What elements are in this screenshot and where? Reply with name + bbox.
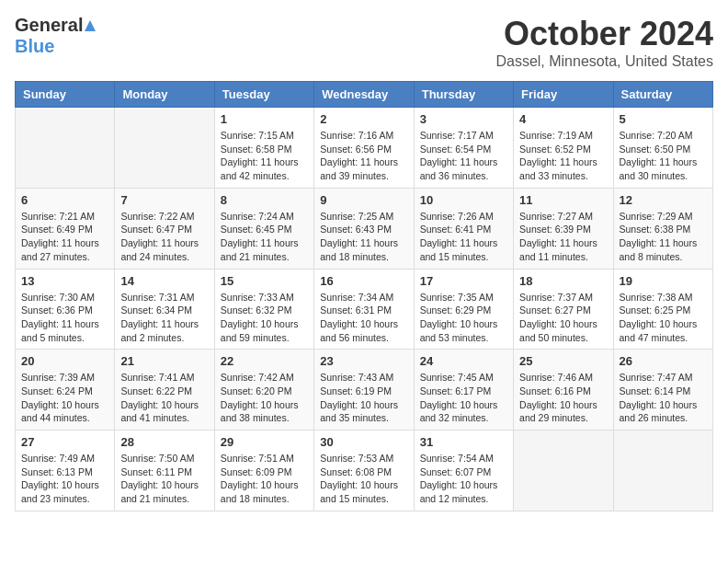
day-info: Sunrise: 7:51 AM Sunset: 6:09 PM Dayligh… xyxy=(221,452,308,506)
day-info: Sunrise: 7:38 AM Sunset: 6:25 PM Dayligh… xyxy=(620,291,707,345)
day-number: 11 xyxy=(519,193,607,207)
day-info: Sunrise: 7:22 AM Sunset: 6:47 PM Dayligh… xyxy=(120,210,208,264)
day-info: Sunrise: 7:35 AM Sunset: 6:29 PM Dayligh… xyxy=(420,291,507,345)
day-info: Sunrise: 7:34 AM Sunset: 6:31 PM Dayligh… xyxy=(320,291,407,345)
month-year-title: October 2024 xyxy=(495,15,713,53)
calendar-week-row: 13Sunrise: 7:30 AM Sunset: 6:36 PM Dayli… xyxy=(16,269,713,350)
calendar-week-row: 1Sunrise: 7:15 AM Sunset: 6:58 PM Daylig… xyxy=(16,108,713,189)
day-info: Sunrise: 7:30 AM Sunset: 6:36 PM Dayligh… xyxy=(21,291,108,345)
calendar-cell: 18Sunrise: 7:37 AM Sunset: 6:27 PM Dayli… xyxy=(514,269,613,350)
day-number: 1 xyxy=(221,112,308,126)
day-number: 24 xyxy=(420,354,507,368)
day-number: 6 xyxy=(21,193,108,207)
day-number: 17 xyxy=(420,274,507,288)
calendar-cell: 19Sunrise: 7:38 AM Sunset: 6:25 PM Dayli… xyxy=(613,269,712,350)
day-info: Sunrise: 7:26 AM Sunset: 6:41 PM Dayligh… xyxy=(420,210,507,264)
calendar-cell: 20Sunrise: 7:39 AM Sunset: 6:24 PM Dayli… xyxy=(16,350,115,431)
day-info: Sunrise: 7:24 AM Sunset: 6:45 PM Dayligh… xyxy=(221,210,308,264)
calendar-cell: 5Sunrise: 7:20 AM Sunset: 6:50 PM Daylig… xyxy=(613,108,712,189)
weekday-header-thursday: Thursday xyxy=(414,82,513,108)
calendar-cell: 31Sunrise: 7:54 AM Sunset: 6:07 PM Dayli… xyxy=(414,431,513,511)
calendar-cell: 28Sunrise: 7:50 AM Sunset: 6:11 PM Dayli… xyxy=(115,431,214,511)
title-area: October 2024 Dassel, Minnesota, United S… xyxy=(495,15,713,70)
day-number: 30 xyxy=(320,435,407,449)
calendar-cell: 9Sunrise: 7:25 AM Sunset: 6:43 PM Daylig… xyxy=(314,188,414,269)
day-number: 2 xyxy=(320,112,407,126)
weekday-header-wednesday: Wednesday xyxy=(314,82,414,108)
logo-blue: Blue xyxy=(15,36,54,57)
day-number: 23 xyxy=(320,354,407,368)
day-number: 8 xyxy=(221,193,308,207)
day-info: Sunrise: 7:29 AM Sunset: 6:38 PM Dayligh… xyxy=(620,210,707,264)
day-number: 31 xyxy=(420,435,507,449)
calendar-cell: 10Sunrise: 7:26 AM Sunset: 6:41 PM Dayli… xyxy=(414,188,513,269)
day-number: 14 xyxy=(120,274,208,288)
day-number: 27 xyxy=(21,435,108,449)
calendar-week-row: 6Sunrise: 7:21 AM Sunset: 6:49 PM Daylig… xyxy=(16,188,713,269)
header: General Blue October 2024 Dassel, Minnes… xyxy=(15,15,713,70)
day-number: 4 xyxy=(519,112,607,126)
calendar-cell: 7Sunrise: 7:22 AM Sunset: 6:47 PM Daylig… xyxy=(115,188,214,269)
logo-triangle-icon xyxy=(84,19,97,32)
calendar-cell xyxy=(613,431,712,511)
day-info: Sunrise: 7:33 AM Sunset: 6:32 PM Dayligh… xyxy=(221,291,308,345)
day-number: 7 xyxy=(120,193,208,207)
weekday-header-sunday: Sunday xyxy=(16,82,115,108)
day-info: Sunrise: 7:25 AM Sunset: 6:43 PM Dayligh… xyxy=(320,210,407,264)
weekday-header-tuesday: Tuesday xyxy=(214,82,313,108)
day-info: Sunrise: 7:45 AM Sunset: 6:17 PM Dayligh… xyxy=(420,371,507,425)
calendar-cell: 6Sunrise: 7:21 AM Sunset: 6:49 PM Daylig… xyxy=(16,188,115,269)
day-number: 9 xyxy=(320,193,407,207)
calendar-cell: 13Sunrise: 7:30 AM Sunset: 6:36 PM Dayli… xyxy=(16,269,115,350)
day-info: Sunrise: 7:17 AM Sunset: 6:54 PM Dayligh… xyxy=(420,129,507,183)
day-info: Sunrise: 7:50 AM Sunset: 6:11 PM Dayligh… xyxy=(120,452,208,506)
weekday-header-monday: Monday xyxy=(115,82,214,108)
weekday-header-saturday: Saturday xyxy=(613,82,712,108)
calendar-cell: 27Sunrise: 7:49 AM Sunset: 6:13 PM Dayli… xyxy=(16,431,115,511)
day-info: Sunrise: 7:16 AM Sunset: 6:56 PM Dayligh… xyxy=(320,129,407,183)
calendar-cell: 15Sunrise: 7:33 AM Sunset: 6:32 PM Dayli… xyxy=(214,269,313,350)
calendar-cell xyxy=(514,431,613,511)
day-info: Sunrise: 7:49 AM Sunset: 6:13 PM Dayligh… xyxy=(21,452,108,506)
day-number: 28 xyxy=(120,435,208,449)
day-info: Sunrise: 7:43 AM Sunset: 6:19 PM Dayligh… xyxy=(320,371,407,425)
day-info: Sunrise: 7:39 AM Sunset: 6:24 PM Dayligh… xyxy=(21,371,108,425)
day-number: 10 xyxy=(420,193,507,207)
day-number: 21 xyxy=(120,354,208,368)
calendar-cell xyxy=(115,108,214,189)
day-info: Sunrise: 7:47 AM Sunset: 6:14 PM Dayligh… xyxy=(620,371,707,425)
logo-general: General xyxy=(15,15,83,36)
calendar-cell: 30Sunrise: 7:53 AM Sunset: 6:08 PM Dayli… xyxy=(314,431,414,511)
day-number: 25 xyxy=(519,354,607,368)
day-number: 3 xyxy=(420,112,507,126)
calendar-week-row: 20Sunrise: 7:39 AM Sunset: 6:24 PM Dayli… xyxy=(16,350,713,431)
calendar-cell: 23Sunrise: 7:43 AM Sunset: 6:19 PM Dayli… xyxy=(314,350,414,431)
day-info: Sunrise: 7:21 AM Sunset: 6:49 PM Dayligh… xyxy=(21,210,108,264)
calendar-cell: 1Sunrise: 7:15 AM Sunset: 6:58 PM Daylig… xyxy=(214,108,313,189)
calendar-cell: 22Sunrise: 7:42 AM Sunset: 6:20 PM Dayli… xyxy=(214,350,313,431)
day-number: 19 xyxy=(620,274,707,288)
day-number: 22 xyxy=(221,354,308,368)
day-number: 12 xyxy=(620,193,707,207)
day-info: Sunrise: 7:19 AM Sunset: 6:52 PM Dayligh… xyxy=(519,129,607,183)
day-number: 18 xyxy=(519,274,607,288)
day-info: Sunrise: 7:15 AM Sunset: 6:58 PM Dayligh… xyxy=(221,129,308,183)
day-info: Sunrise: 7:46 AM Sunset: 6:16 PM Dayligh… xyxy=(519,371,607,425)
day-info: Sunrise: 7:41 AM Sunset: 6:22 PM Dayligh… xyxy=(120,371,208,425)
calendar-cell: 2Sunrise: 7:16 AM Sunset: 6:56 PM Daylig… xyxy=(314,108,414,189)
calendar-cell: 11Sunrise: 7:27 AM Sunset: 6:39 PM Dayli… xyxy=(514,188,613,269)
calendar-cell: 25Sunrise: 7:46 AM Sunset: 6:16 PM Dayli… xyxy=(514,350,613,431)
calendar-week-row: 27Sunrise: 7:49 AM Sunset: 6:13 PM Dayli… xyxy=(16,431,713,511)
calendar-cell: 16Sunrise: 7:34 AM Sunset: 6:31 PM Dayli… xyxy=(314,269,414,350)
day-info: Sunrise: 7:42 AM Sunset: 6:20 PM Dayligh… xyxy=(221,371,308,425)
day-info: Sunrise: 7:31 AM Sunset: 6:34 PM Dayligh… xyxy=(120,291,208,345)
weekday-header-friday: Friday xyxy=(514,82,613,108)
day-info: Sunrise: 7:20 AM Sunset: 6:50 PM Dayligh… xyxy=(620,129,707,183)
day-info: Sunrise: 7:27 AM Sunset: 6:39 PM Dayligh… xyxy=(519,210,607,264)
calendar-cell: 14Sunrise: 7:31 AM Sunset: 6:34 PM Dayli… xyxy=(115,269,214,350)
day-info: Sunrise: 7:37 AM Sunset: 6:27 PM Dayligh… xyxy=(519,291,607,345)
day-info: Sunrise: 7:54 AM Sunset: 6:07 PM Dayligh… xyxy=(420,452,507,506)
day-number: 15 xyxy=(221,274,308,288)
calendar-cell: 26Sunrise: 7:47 AM Sunset: 6:14 PM Dayli… xyxy=(613,350,712,431)
calendar-cell: 29Sunrise: 7:51 AM Sunset: 6:09 PM Dayli… xyxy=(214,431,313,511)
